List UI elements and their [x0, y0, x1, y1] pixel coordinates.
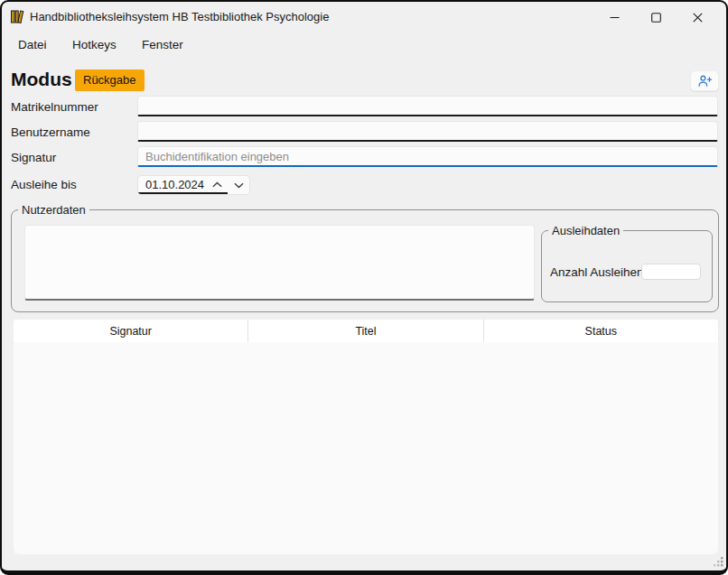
table-body[interactable]: [14, 342, 718, 554]
date-value[interactable]: 01.10.2024: [138, 178, 206, 191]
signatur-label: Signatur: [11, 151, 56, 164]
spin-up-button[interactable]: [206, 181, 228, 188]
nutzerdaten-legend: Nutzerdaten: [18, 203, 89, 217]
ausleihdaten-groupbox: Ausleihdaten Anzahl Ausleihen: [541, 230, 713, 302]
menu-item-datei[interactable]: Datei: [18, 38, 47, 51]
window-controls: [593, 6, 718, 28]
table-header: Signatur Titel Status: [14, 320, 718, 342]
ausleihe-bis-label: Ausleihe bis: [11, 178, 77, 191]
resize-grip[interactable]: [711, 554, 725, 569]
mode-badge[interactable]: Rückgabe: [75, 70, 145, 91]
page-title: Modus: [11, 69, 72, 90]
column-header-signatur[interactable]: Signatur: [14, 320, 247, 342]
resize-grip-icon: [711, 554, 725, 569]
menubar: Datei Hotkeys Fenster: [2, 32, 726, 57]
chevron-up-icon: [212, 181, 222, 188]
maximize-icon: [651, 13, 661, 23]
books-icon: [10, 9, 25, 24]
spin-down-button[interactable]: [228, 176, 249, 194]
maximize-button[interactable]: [635, 6, 677, 28]
anzahl-ausleihen-label: Anzahl Ausleihen: [550, 265, 644, 279]
column-header-status[interactable]: Status: [483, 320, 718, 342]
ausleihe-bis-date-spinner[interactable]: 01.10.2024: [137, 175, 250, 195]
menu-item-hotkeys[interactable]: Hotkeys: [72, 38, 117, 51]
date-value-area[interactable]: 01.10.2024: [138, 176, 228, 194]
close-icon: [693, 13, 703, 23]
chevron-down-icon: [234, 182, 244, 189]
matrikelnummer-field[interactable]: [137, 96, 718, 116]
benutzername-label: Benutzername: [11, 125, 90, 139]
nutzerdaten-groupbox: Nutzerdaten Ausleihdaten Anzahl Ausleihe…: [11, 209, 719, 312]
ausleihdaten-legend: Ausleihdaten: [548, 224, 623, 237]
matrikelnummer-label: Matrikelnummer: [11, 100, 98, 114]
benutzername-field[interactable]: [137, 121, 718, 142]
person-add-icon: [697, 74, 713, 88]
close-button[interactable]: [677, 6, 718, 28]
signatur-field[interactable]: [137, 146, 718, 167]
add-user-button[interactable]: [690, 70, 719, 91]
minimize-button[interactable]: [593, 6, 635, 28]
window-title: Handbibliotheksleihsystem HB Testbibliot…: [30, 10, 329, 23]
anzahl-ausleihen-field[interactable]: [641, 264, 701, 280]
app-window: Handbibliotheksleihsystem HB Testbibliot…: [0, 0, 728, 575]
titlebar: Handbibliotheksleihsystem HB Testbibliot…: [2, 2, 726, 32]
column-header-titel[interactable]: Titel: [247, 320, 482, 342]
minimize-icon: [610, 13, 620, 23]
nutzerdaten-textarea[interactable]: [24, 225, 535, 301]
menu-item-fenster[interactable]: Fenster: [142, 38, 183, 51]
